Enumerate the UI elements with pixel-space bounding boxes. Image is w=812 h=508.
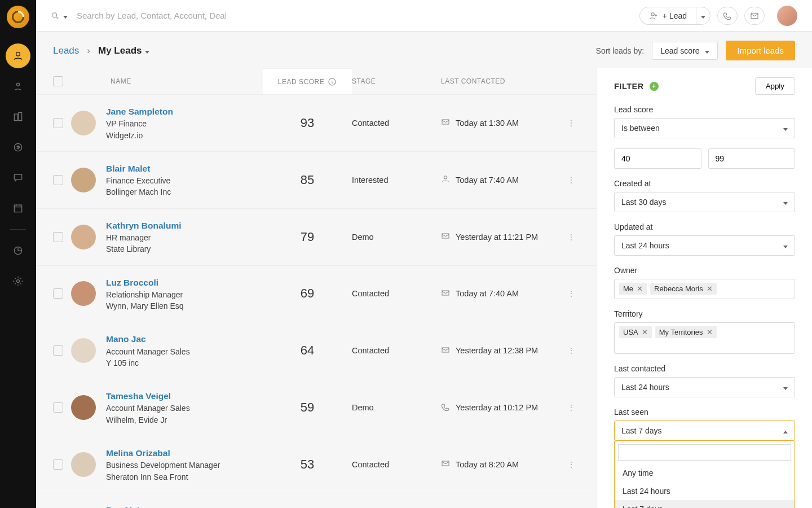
filter-lastseen-label: Last seen bbox=[614, 408, 795, 417]
table-row[interactable]: Blair MaletFinance ExecutiveBollinger Ma… bbox=[36, 151, 597, 208]
filter-leadscore-min[interactable] bbox=[614, 148, 701, 169]
lead-last-contacted: Today at 7:40 AM bbox=[456, 176, 519, 185]
add-filter-button[interactable]: + bbox=[650, 82, 659, 91]
svg-rect-10 bbox=[751, 13, 758, 18]
lead-company: Wilhelm, Evide Jr bbox=[106, 414, 190, 426]
tag-remove-icon[interactable]: ✕ bbox=[637, 284, 643, 293]
table-row[interactable]: Luz BroccoliRelationship ManagerWynn, Ma… bbox=[36, 265, 597, 322]
table-row[interactable]: Jane SampletonVP FinanceWidgetz.io93Cont… bbox=[36, 94, 597, 151]
filter-title: FILTER bbox=[614, 82, 644, 91]
row-menu-icon[interactable]: ⋮ bbox=[567, 176, 576, 185]
lead-name[interactable]: Jane Sampleton bbox=[106, 105, 173, 118]
nav-deals-icon[interactable] bbox=[6, 135, 30, 160]
col-stage[interactable]: Stage bbox=[352, 77, 441, 85]
lead-company: Sheraton Inn Sea Front bbox=[106, 471, 220, 483]
table-row[interactable]: Tamesha VeigelAccount Manager SalesWilhe… bbox=[36, 379, 597, 436]
search-input[interactable] bbox=[77, 11, 302, 20]
dropdown-option[interactable]: Any time bbox=[615, 464, 795, 482]
lead-avatar bbox=[71, 168, 96, 192]
filter-leadscore-op[interactable]: Is between bbox=[614, 118, 795, 138]
lead-company: Y 105 inc bbox=[106, 357, 190, 369]
filter-leadscore-max[interactable] bbox=[708, 148, 796, 169]
nav-leads-icon[interactable] bbox=[6, 43, 30, 68]
filter-territory-box[interactable]: USA✕My Territories✕ bbox=[614, 322, 795, 354]
user-avatar[interactable] bbox=[777, 6, 797, 26]
add-lead-caret[interactable] bbox=[696, 7, 710, 25]
row-checkbox[interactable] bbox=[53, 345, 63, 356]
row-checkbox[interactable] bbox=[53, 232, 63, 242]
search-scope-caret[interactable] bbox=[63, 11, 68, 20]
breadcrumb-current[interactable]: My Leads bbox=[98, 45, 149, 56]
lead-stage: Demo bbox=[352, 233, 441, 242]
phone-button[interactable] bbox=[717, 7, 738, 25]
mail-icon bbox=[750, 11, 759, 20]
row-menu-icon[interactable]: ⋮ bbox=[567, 233, 576, 242]
col-name[interactable]: Name bbox=[71, 77, 263, 85]
lead-name[interactable]: Ben Majorga bbox=[106, 503, 188, 508]
dropdown-option[interactable]: Last 7 days bbox=[615, 500, 795, 508]
row-menu-icon[interactable]: ⋮ bbox=[567, 289, 576, 298]
row-menu-icon[interactable]: ⋮ bbox=[567, 460, 576, 469]
contact-mail-icon bbox=[441, 288, 450, 299]
col-score[interactable]: Lead Score bbox=[263, 68, 352, 94]
row-checkbox[interactable] bbox=[53, 402, 63, 413]
table-row[interactable]: Kathryn BonalumiHR managerState Library7… bbox=[36, 208, 597, 265]
app-logo[interactable] bbox=[7, 6, 29, 28]
filter-lastseen-value: Last 7 days bbox=[621, 426, 662, 435]
table-row[interactable]: Mano JacAccount Manager SalesY 105 inc64… bbox=[36, 322, 597, 379]
add-lead-button[interactable]: + Lead bbox=[639, 7, 696, 25]
nav-settings-icon[interactable] bbox=[6, 269, 30, 294]
tag-remove-icon[interactable]: ✕ bbox=[707, 328, 713, 336]
nav-contacts-icon[interactable] bbox=[6, 74, 30, 99]
lead-name[interactable]: Melina Orizabal bbox=[106, 446, 220, 459]
filter-lastseen-select[interactable]: Last 7 days bbox=[614, 421, 795, 441]
lead-score: 64 bbox=[263, 343, 352, 358]
topbar: + Lead bbox=[36, 0, 812, 32]
lead-name[interactable]: Mano Jac bbox=[106, 332, 190, 345]
filter-lastcontacted-select[interactable]: Last 24 hours bbox=[614, 377, 795, 397]
sort-select[interactable]: Lead score bbox=[652, 42, 718, 60]
person-add-icon bbox=[649, 11, 658, 20]
lead-avatar bbox=[71, 338, 96, 363]
page-header: Leads › My Leads Sort leads by: Lead sco… bbox=[36, 32, 812, 68]
lead-avatar bbox=[71, 281, 96, 306]
row-checkbox[interactable] bbox=[53, 288, 63, 299]
row-checkbox[interactable] bbox=[53, 118, 63, 128]
nav-conversations-icon[interactable] bbox=[6, 165, 30, 190]
row-checkbox[interactable] bbox=[53, 459, 63, 470]
lead-name[interactable]: Kathryn Bonalumi bbox=[106, 219, 181, 232]
row-menu-icon[interactable]: ⋮ bbox=[567, 403, 576, 412]
select-all-checkbox[interactable] bbox=[53, 76, 63, 86]
lead-company: Bollinger Mach Inc bbox=[106, 186, 171, 198]
mail-button[interactable] bbox=[744, 7, 765, 25]
filter-panel: FILTER + Apply Lead score Is between Cre… bbox=[597, 68, 812, 508]
breadcrumb-root[interactable]: Leads bbox=[53, 45, 79, 56]
svg-rect-16 bbox=[442, 348, 449, 352]
search-icon[interactable] bbox=[51, 11, 60, 20]
table-row[interactable]: Ben MajorgaVice President of SalesVoyage… bbox=[36, 493, 597, 508]
tag-remove-icon[interactable]: ✕ bbox=[642, 328, 648, 336]
nav-calendar-icon[interactable] bbox=[6, 196, 30, 221]
row-checkbox[interactable] bbox=[53, 175, 63, 185]
filter-leadscore-label: Lead score bbox=[614, 105, 795, 114]
table-row[interactable]: Melina OrizabalBusiness Development Mana… bbox=[36, 436, 597, 493]
tag-remove-icon[interactable]: ✕ bbox=[707, 284, 713, 293]
apply-filter-button[interactable]: Apply bbox=[755, 77, 795, 95]
nav-accounts-icon[interactable] bbox=[6, 104, 30, 129]
row-menu-icon[interactable]: ⋮ bbox=[567, 346, 576, 355]
filter-owner-box[interactable]: Me✕Rebecca Moris✕ bbox=[614, 279, 795, 299]
row-menu-icon[interactable]: ⋮ bbox=[567, 119, 576, 128]
dropdown-option[interactable]: Last 24 hours bbox=[615, 482, 795, 500]
lead-name[interactable]: Luz Broccoli bbox=[106, 276, 184, 289]
lead-score: 93 bbox=[263, 116, 352, 130]
lead-name[interactable]: Blair Malet bbox=[106, 162, 171, 175]
filter-lastseen-search[interactable] bbox=[618, 444, 791, 461]
nav-reports-icon[interactable] bbox=[6, 238, 30, 263]
lead-name[interactable]: Tamesha Veigel bbox=[106, 389, 190, 402]
lead-stage: Contacted bbox=[352, 460, 441, 469]
col-contacted[interactable]: Last Contacted bbox=[441, 77, 563, 85]
lead-title: Finance Executive bbox=[106, 175, 171, 186]
import-leads-button[interactable]: Import leads bbox=[726, 41, 795, 60]
filter-createdat-select[interactable]: Last 30 days bbox=[614, 192, 795, 212]
filter-updatedat-select[interactable]: Last 24 hours bbox=[614, 235, 795, 256]
